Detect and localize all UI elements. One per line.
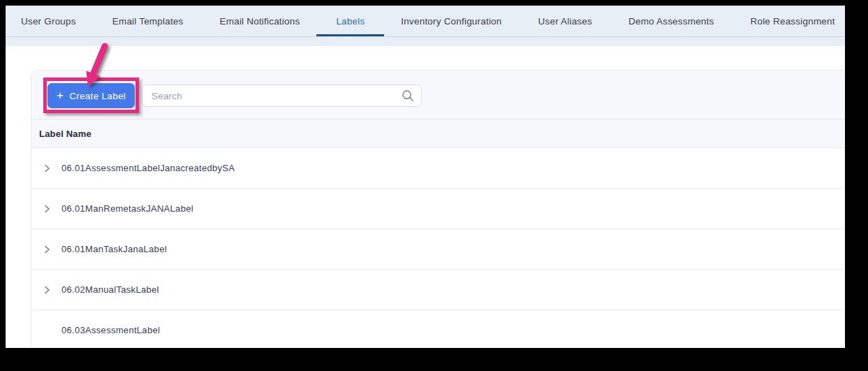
create-label-button[interactable]: + Create Label bbox=[47, 83, 135, 108]
label-name-text: 06.01AssessmentLabelJanacreatedbySA bbox=[61, 163, 235, 173]
label-name-text: 06.01ManRemetaskJANALabel bbox=[61, 203, 193, 214]
tab-user-groups[interactable]: User Groups bbox=[21, 6, 76, 36]
column-header-label-name: Label Name bbox=[31, 119, 845, 148]
table-row[interactable]: 06.01AssessmentLabelJanacreatedbySA bbox=[31, 148, 845, 189]
tab-user-aliases[interactable]: User Aliases bbox=[538, 6, 592, 36]
search-field bbox=[142, 85, 422, 107]
tab-email-notifications[interactable]: Email Notifications bbox=[220, 6, 300, 36]
settings-page: User Groups Email Templates Email Notifi… bbox=[6, 6, 845, 348]
tab-inventory-configuration[interactable]: Inventory Configuration bbox=[401, 6, 501, 36]
tab-role-reassignment[interactable]: Role Reassignment bbox=[750, 6, 834, 36]
table-row[interactable]: 06.01ManRemetaskJANALabel bbox=[31, 189, 845, 229]
tab-email-templates[interactable]: Email Templates bbox=[112, 6, 184, 36]
label-table: 06.01AssessmentLabelJanacreatedbySA 06.0… bbox=[31, 148, 845, 348]
chevron-right-icon[interactable] bbox=[43, 286, 51, 294]
plus-icon: + bbox=[57, 89, 64, 101]
label-name-text: 06.02ManualTaskLabel bbox=[61, 284, 159, 295]
chevron-right-icon[interactable] bbox=[43, 164, 51, 173]
tab-labels[interactable]: Labels bbox=[336, 6, 365, 36]
chevron-right-icon[interactable] bbox=[43, 245, 51, 254]
table-row[interactable]: 06.03AssessmentLabel bbox=[31, 310, 845, 348]
labels-panel: + Create Label Label Name 06.01Assessmen… bbox=[31, 70, 845, 348]
tab-strip: User Groups Email Templates Email Notifi… bbox=[6, 6, 845, 37]
table-row[interactable]: 06.02ManualTaskLabel bbox=[31, 270, 845, 310]
search-input[interactable] bbox=[142, 85, 422, 107]
screenshot-root: { "tab_bar": { "tabs": [ { "label": "Use… bbox=[0, 0, 868, 371]
tab-bar: User Groups Email Templates Email Notifi… bbox=[6, 6, 845, 46]
tab-demo-assessments[interactable]: Demo Assessments bbox=[628, 6, 714, 36]
chevron-right-icon[interactable] bbox=[43, 205, 51, 213]
label-name-text: 06.01ManTaskJanaLabel bbox=[61, 244, 167, 254]
labels-toolbar: + Create Label bbox=[31, 71, 845, 119]
label-name-text: 06.03AssessmentLabel bbox=[61, 325, 160, 335]
table-row[interactable]: 06.01ManTaskJanaLabel bbox=[31, 229, 845, 270]
create-label-button-text: Create Label bbox=[69, 91, 126, 101]
